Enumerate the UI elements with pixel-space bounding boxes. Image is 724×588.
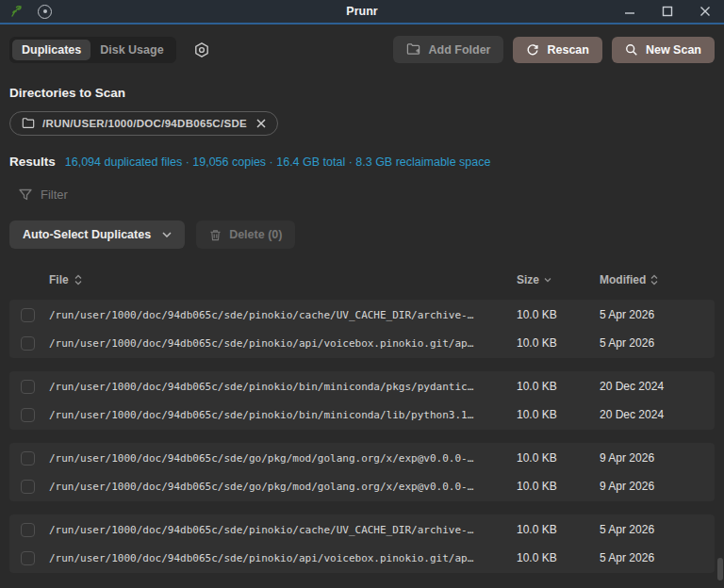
remove-directory-icon[interactable] — [256, 119, 266, 128]
table-row[interactable]: /run/user/1000/doc/94db065c/sde/pinokio/… — [9, 544, 715, 572]
new-scan-button[interactable]: New Scan — [612, 37, 715, 63]
file-modified: 9 Apr 2026 — [600, 480, 703, 493]
sort-both-icon — [650, 274, 658, 286]
sort-desc-icon — [544, 277, 551, 283]
file-modified: 5 Apr 2026 — [600, 336, 703, 350]
table-row[interactable]: /run/user/1000/doc/94db065c/sde/pinokio/… — [9, 301, 715, 329]
file-size: 10.0 KB — [517, 451, 600, 465]
table-row[interactable]: /run/user/1000/doc/94db065c/sde/go/pkg/m… — [9, 472, 715, 500]
table-header: File Size Modified — [9, 268, 715, 298]
minimize-button[interactable] — [611, 0, 649, 23]
file-modified: 5 Apr 2026 — [600, 308, 703, 321]
tab-duplicates[interactable]: Duplicates — [12, 40, 90, 60]
file-size: 10.0 KB — [517, 380, 600, 393]
app-window: Prunr Duplicates Disk Usage — [0, 0, 724, 588]
trash-icon — [209, 229, 222, 241]
file-size: 10.0 KB — [517, 308, 600, 321]
row-checkbox[interactable] — [21, 408, 35, 422]
directories-heading: Directories to Scan — [9, 86, 715, 100]
file-path: /run/user/1000/doc/94db065c/sde/go/pkg/m… — [49, 481, 517, 493]
scrollbar-thumb[interactable] — [717, 558, 723, 580]
column-header-file[interactable]: File — [49, 273, 517, 286]
close-button[interactable] — [686, 0, 724, 23]
rescan-label: Rescan — [547, 43, 588, 57]
folder-plus-icon — [406, 42, 420, 57]
record-circle-icon[interactable] — [38, 5, 52, 19]
delete-label: Delete (0) — [229, 228, 282, 241]
file-size: 10.0 KB — [517, 408, 600, 421]
file-modified: 20 Dec 2024 — [600, 408, 703, 421]
tab-disk-usage[interactable]: Disk Usage — [90, 40, 173, 60]
row-checkbox[interactable] — [21, 523, 35, 537]
row-checkbox[interactable] — [21, 380, 35, 394]
table-row[interactable]: /run/user/1000/doc/94db065c/sde/pinokio/… — [9, 400, 715, 429]
new-scan-label: New Scan — [646, 43, 701, 57]
directory-chip: /RUN/USER/1000/DOC/94DB065C/SDE — [9, 111, 278, 136]
file-path: /run/user/1000/doc/94db065c/sde/pinokio/… — [49, 409, 517, 421]
duplicate-group: /run/user/1000/doc/94db065c/sde/pinokio/… — [9, 371, 715, 430]
add-folder-button[interactable]: Add Folder — [393, 36, 503, 63]
file-path: /run/user/1000/doc/94db065c/sde/pinokio/… — [49, 524, 517, 536]
add-folder-label: Add Folder — [428, 43, 490, 57]
table-row[interactable]: /run/user/1000/doc/94db065c/sde/pinokio/… — [9, 329, 715, 357]
file-path: /run/user/1000/doc/94db065c/sde/pinokio/… — [49, 337, 517, 350]
filter-row — [9, 188, 715, 202]
rescan-button[interactable]: Rescan — [513, 37, 601, 63]
file-modified: 9 Apr 2026 — [600, 451, 703, 465]
results-label: Results — [9, 155, 56, 169]
row-checkbox[interactable] — [21, 451, 35, 466]
file-modified: 5 Apr 2026 — [600, 523, 703, 536]
search-icon — [625, 43, 638, 57]
view-tab-group: Duplicates Disk Usage — [9, 37, 176, 63]
row-checkbox[interactable] — [21, 308, 35, 322]
results-stats: 16,094 duplicated files · 19,056 copies … — [65, 155, 491, 169]
file-size: 10.0 KB — [517, 523, 600, 536]
auto-select-duplicates-button[interactable]: Auto-Select Duplicates — [9, 220, 185, 249]
file-size: 10.0 KB — [517, 551, 600, 564]
file-modified: 20 Dec 2024 — [600, 380, 703, 393]
duplicate-group: /run/user/1000/doc/94db065c/sde/pinokio/… — [9, 300, 715, 358]
actions-row: Auto-Select Duplicates Delete (0) — [9, 220, 715, 249]
table-row[interactable]: /run/user/1000/doc/94db065c/sde/pinokio/… — [9, 515, 715, 544]
file-size: 10.0 KB — [517, 480, 600, 493]
filter-funnel-icon — [19, 188, 32, 202]
auto-select-label: Auto-Select Duplicates — [23, 228, 151, 241]
toolbar: Duplicates Disk Usage Add Folder Rescan … — [9, 36, 715, 63]
duplicates-list: /run/user/1000/doc/94db065c/sde/pinokio/… — [9, 300, 715, 573]
scrollbar[interactable] — [716, 24, 723, 588]
maximize-button[interactable] — [649, 0, 686, 23]
app-plant-icon — [9, 4, 25, 19]
table-row[interactable]: /run/user/1000/doc/94db065c/sde/go/pkg/m… — [9, 444, 715, 472]
sort-both-icon — [74, 274, 82, 286]
main-content: Duplicates Disk Usage Add Folder Rescan … — [0, 24, 724, 588]
results-row: Results 16,094 duplicated files · 19,056… — [9, 155, 715, 169]
delete-button[interactable]: Delete (0) — [196, 220, 295, 249]
titlebar: Prunr — [0, 0, 724, 24]
duplicate-group: /run/user/1000/doc/94db065c/sde/go/pkg/m… — [9, 443, 715, 501]
chevron-down-icon — [162, 232, 172, 237]
file-modified: 5 Apr 2026 — [600, 551, 703, 564]
row-checkbox[interactable] — [21, 336, 35, 351]
filter-input[interactable] — [41, 188, 323, 202]
row-checkbox[interactable] — [21, 480, 35, 494]
duplicate-group: /run/user/1000/doc/94db065c/sde/pinokio/… — [9, 514, 715, 573]
settings-gear-icon[interactable] — [193, 41, 210, 58]
file-size: 10.0 KB — [517, 336, 600, 350]
file-path: /run/user/1000/doc/94db065c/sde/pinokio/… — [49, 381, 517, 393]
file-path: /run/user/1000/doc/94db065c/sde/pinokio/… — [49, 552, 517, 564]
folder-icon — [22, 117, 35, 130]
directory-chip-path: /RUN/USER/1000/DOC/94DB065C/SDE — [42, 118, 247, 129]
column-header-size[interactable]: Size — [517, 273, 600, 286]
refresh-icon — [526, 43, 539, 57]
column-header-modified[interactable]: Modified — [600, 273, 703, 286]
table-row[interactable]: /run/user/1000/doc/94db065c/sde/pinokio/… — [9, 372, 715, 400]
file-path: /run/user/1000/doc/94db065c/sde/pinokio/… — [49, 309, 517, 321]
row-checkbox[interactable] — [21, 551, 35, 565]
file-path: /run/user/1000/doc/94db065c/sde/go/pkg/m… — [49, 452, 517, 465]
